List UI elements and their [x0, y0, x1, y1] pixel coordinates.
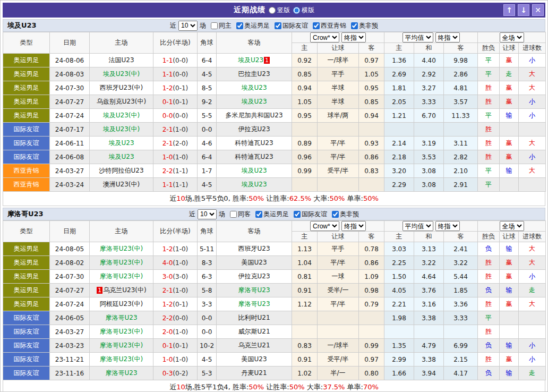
odds-home-cell — [292, 123, 318, 137]
halftime-score: (1-0) — [173, 259, 188, 267]
match-type-cell: 奥运男足 — [3, 54, 50, 67]
match-type-cell: 国际友谊 — [3, 150, 50, 164]
away-team-name: 埃及U23 — [241, 84, 267, 91]
league-filter-checkbox[interactable]: 西亚青锦 — [313, 21, 346, 30]
home-team-cell: 摩洛哥U23(中) — [90, 242, 153, 256]
avg-draw-cell: 3.33 — [414, 95, 444, 109]
odds-away-cell: 0.83 — [359, 164, 384, 178]
league-checkbox-input[interactable] — [294, 211, 301, 218]
near-label: 近 — [170, 21, 176, 30]
column-header: 类型 — [3, 32, 50, 54]
table-row: 奥运男足24-07-271乌克兰U23(中)2-1(1-0)5-8摩洛哥U230… — [3, 284, 546, 297]
match-count-select[interactable]: 10 — [178, 21, 198, 31]
scope-select[interactable]: 全场 — [500, 221, 524, 231]
home-team-cell: 西班牙U23(中) — [90, 81, 153, 95]
match-type-cell: 奥运男足 — [3, 67, 50, 81]
away-team-cell: 巴拉圭U23 — [217, 67, 292, 81]
section-header: 摩洛哥U23近10场同客奥运男足国际友谊奥非预 — [3, 208, 545, 220]
match-type-cell: 国际友谊 — [3, 123, 50, 137]
same-venue-checkbox[interactable]: 同客 — [230, 210, 251, 219]
avg-source-select[interactable]: 平均值 — [403, 32, 433, 42]
summary-text: 场,胜5平1负4, 胜率: — [185, 383, 249, 391]
league-filter-checkbox[interactable]: 国际友谊 — [294, 210, 327, 219]
same-venue-checkbox-input[interactable] — [230, 211, 237, 218]
match-count-select[interactable]: 10 — [198, 209, 217, 219]
home-team-cell: 摩洛哥U23(中) — [90, 353, 153, 367]
column-subheader: 客 — [444, 43, 478, 54]
home-team-cell: 乌兹别克U23(中) — [90, 95, 153, 109]
goals-result-cell: 小 — [519, 109, 546, 123]
league-filter-checkbox[interactable]: 奥运男足 — [236, 21, 270, 30]
odds-home-cell: 0.99 — [292, 164, 318, 178]
table-row: 国际友谊24-07-17埃及U23(中)2-1(1-0)0-0伊拉克U23胜 — [3, 123, 546, 137]
same-venue-checkbox-input[interactable] — [211, 22, 218, 29]
league-checkbox-input[interactable] — [275, 22, 281, 29]
league-checkbox-input[interactable] — [313, 22, 320, 29]
vertical-radio-input[interactable] — [269, 7, 276, 14]
same-venue-checkbox[interactable]: 同主 — [211, 21, 232, 30]
league-checkbox-input[interactable] — [332, 211, 339, 218]
league-checkbox-input[interactable] — [255, 211, 262, 218]
scope-select[interactable]: 全场 — [500, 32, 524, 42]
home-team-name: 摩洛哥U23 — [105, 314, 137, 321]
league-filter-checkbox[interactable]: 国际友谊 — [275, 21, 308, 30]
result-cell: 胜 — [478, 270, 500, 284]
league-checkbox-input[interactable] — [351, 22, 358, 29]
league-filter-checkbox[interactable]: 奥非预 — [351, 21, 378, 30]
odds-handicap-cell: 半球 — [318, 95, 359, 109]
summary-text: 50% — [289, 383, 305, 391]
result-cell: 平 — [478, 109, 500, 123]
corners-cell: 4-5 — [198, 353, 217, 367]
date-cell: 24-08-06 — [50, 54, 90, 67]
league-checkbox-input[interactable] — [236, 22, 243, 29]
odds-home-cell: 0.91 — [292, 353, 318, 367]
move-up-button[interactable]: ↑ — [503, 4, 515, 16]
avg-draw-cell: 3.08 — [414, 164, 444, 178]
handicap-result-cell: 赢 — [500, 297, 519, 311]
league-filter-checkbox[interactable]: 奥非预 — [332, 210, 359, 219]
avg-final-select[interactable]: 终指 — [435, 221, 460, 231]
summary-text: 50% — [249, 194, 264, 202]
odds-company-select[interactable]: Crow* — [310, 221, 339, 231]
score-cell: 0-0(0-0) — [153, 109, 198, 123]
date-cell: 23-11-21 — [50, 353, 90, 367]
away-team-name: 威尔斯U21 — [238, 328, 270, 335]
result-cell: 平 — [478, 178, 500, 192]
date-cell: 24-07-30 — [50, 270, 90, 284]
avg-final-select[interactable]: 终指 — [435, 32, 460, 42]
result-cell: 胜 — [478, 297, 500, 311]
fulltime-score: 1-1 — [162, 71, 173, 78]
layout-radio-horizontal[interactable]: 横版 — [293, 6, 314, 15]
layout-radio-vertical[interactable]: 竖版 — [269, 6, 290, 15]
avg-home-cell: 4.05 — [384, 284, 414, 297]
score-cell: 1-1(0-0) — [153, 67, 198, 81]
table-row: 国际友谊24-06-05摩洛哥U232-2(0-0)0-0比利时U211.983… — [3, 311, 546, 325]
avg-source-select[interactable]: 平均值 — [403, 221, 433, 231]
home-team-cell: 法国U23 — [90, 54, 153, 67]
odds-source-group: Crow*终指 — [292, 32, 384, 43]
home-team-name: 摩洛哥U23(中) — [100, 328, 143, 335]
home-team-name: 埃及U23(中) — [103, 70, 140, 78]
fulltime-score: 2-2 — [162, 167, 173, 175]
summary-text: 50% — [330, 194, 345, 202]
near-label: 近 — [189, 210, 195, 219]
goals-result-cell: 小 — [519, 270, 546, 284]
horizontal-radio-input[interactable] — [293, 7, 300, 14]
move-down-button[interactable]: ↓ — [518, 4, 529, 16]
league-filter-checkbox[interactable]: 奥运男足 — [255, 210, 289, 219]
avg-draw-cell: 4.40 — [414, 54, 444, 67]
corners-cell: 5-8 — [198, 284, 217, 297]
odds-company-select[interactable]: Crow* — [310, 32, 339, 42]
odds-away-cell: 0.98 — [359, 284, 384, 297]
same-venue-label: 同主 — [219, 21, 232, 30]
goals-result-cell: 走 — [519, 284, 546, 297]
goals-result-cell: 大 — [519, 297, 546, 311]
halftime-score: (0-0) — [173, 112, 188, 120]
summary-text: 37.5% — [323, 383, 345, 391]
close-button[interactable]: ✕ — [532, 4, 544, 16]
corners-cell: 8-3 — [198, 256, 217, 270]
odds-final-select[interactable]: 终指 — [341, 32, 366, 42]
home-team-name: 摩洛哥U23(中) — [100, 342, 143, 349]
home-team-name: 埃及U23 — [108, 153, 134, 160]
odds-final-select[interactable]: 终指 — [341, 221, 366, 231]
